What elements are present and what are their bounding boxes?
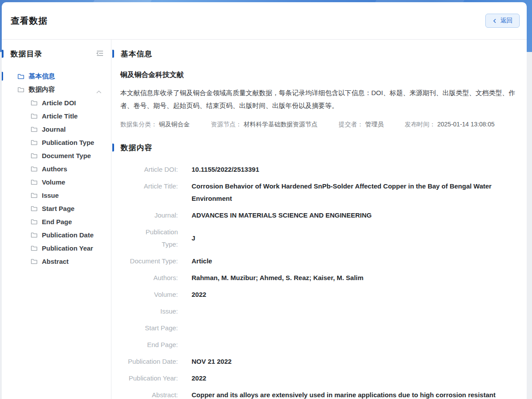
meta-label: 数据集分类： xyxy=(120,121,157,128)
dataset-title: 铜及铜合金科技文献 xyxy=(120,70,521,80)
tree-item-label: Publication Type xyxy=(42,139,94,146)
meta-label: 提交者： xyxy=(339,121,363,128)
accent-bar xyxy=(112,144,114,151)
field-row-volume: Volume:2022 xyxy=(120,288,521,301)
folder-icon xyxy=(31,153,37,159)
field-label-publication-date: Publication Date: xyxy=(120,355,178,368)
tree-item-label: Publication Year xyxy=(42,244,93,252)
meta-item-publish-time: 发布时间：2025-01-14 13:08:05 xyxy=(405,120,495,129)
meta-item-dataset-category: 数据集分类：铜及铜合金 xyxy=(120,120,190,129)
tree-item-label: Authors xyxy=(42,165,67,173)
menu-fold-icon[interactable] xyxy=(96,50,104,59)
section-title-data-content: 数据内容 xyxy=(121,143,152,153)
tree-item-article-doi[interactable]: Article DOI xyxy=(2,96,111,109)
view-data-card: 查看数据 返回 数据目录 xyxy=(2,2,527,399)
tree-item-label: Document Type xyxy=(42,152,91,159)
tree-item-label: 数据内容 xyxy=(29,85,55,94)
field-row-publication-type: Publication Type:J xyxy=(120,226,521,251)
folder-icon xyxy=(31,219,37,225)
sidebar-header: 数据目录 xyxy=(2,49,111,58)
field-row-publication-date: Publication Date:NOV 21 2022 xyxy=(120,355,521,368)
field-row-document-type: Document Type:Article xyxy=(120,255,521,267)
accent-bar xyxy=(112,50,114,58)
field-value-publication-year: 2022 xyxy=(192,372,206,384)
meta-item-submitter: 提交者：管理员 xyxy=(339,120,384,129)
back-button-label: 返回 xyxy=(500,17,513,25)
active-indicator-bar xyxy=(2,72,3,81)
meta-label: 资源节点： xyxy=(211,121,242,128)
tree-item-basic-info[interactable]: 基本信息 xyxy=(2,70,111,83)
field-value-article-doi: 10.1155/2022/2513391 xyxy=(192,163,259,176)
field-row-authors: Authors:Rahman, M. Muzibur; Ahmed, S. Re… xyxy=(120,272,521,284)
tree-item-label: Publication Date xyxy=(42,231,94,239)
tree-item-start-page[interactable]: Start Page xyxy=(2,202,111,215)
tree-item-label: Abstract xyxy=(42,258,69,265)
tree-item-publication-date[interactable]: Publication Date xyxy=(2,228,111,241)
accent-bar xyxy=(2,50,4,58)
chevron-up-icon[interactable] xyxy=(96,88,102,96)
folder-icon xyxy=(31,192,37,198)
field-row-end-page: End Page: xyxy=(120,339,521,351)
field-label-authors: Authors: xyxy=(120,272,178,284)
back-button[interactable]: 返回 xyxy=(485,14,520,28)
tree-item-end-page[interactable]: End Page xyxy=(2,215,111,228)
sidebar-data-catalog: 数据目录 基本信息数据内容Article DOIArticle TitleJou… xyxy=(2,40,111,399)
tree-item-publication-type[interactable]: Publication Type xyxy=(2,136,111,149)
field-value-authors: Rahman, M. Muzibur; Ahmed, S. Reaz; Kais… xyxy=(192,272,363,284)
meta-value: 管理员 xyxy=(365,121,384,128)
folder-icon xyxy=(31,166,37,172)
field-label-article-title: Article Title: xyxy=(120,180,178,192)
chevron-left-icon xyxy=(492,18,497,23)
meta-value: 材料科学基础数据资源节点 xyxy=(244,121,318,128)
folder-icon xyxy=(31,232,37,238)
field-label-start-page: Start Page: xyxy=(120,322,178,334)
tree-item-abstract[interactable]: Abstract xyxy=(2,255,111,268)
folder-icon xyxy=(31,179,37,185)
section-header-data-content: 数据内容 xyxy=(112,143,521,152)
field-value-article-title: Corrosion Behavior of Work Hardened SnPb… xyxy=(192,180,510,205)
field-value-publication-date: NOV 21 2022 xyxy=(192,355,232,368)
tree-item-label: 基本信息 xyxy=(29,72,55,81)
main-panel: 基本信息 铜及铜合金科技文献 本文献信息库收录了铜及铜合金领域高质量文献数据，每… xyxy=(111,40,527,399)
field-label-abstract: Abstract: xyxy=(120,389,178,399)
card-header: 查看数据 返回 xyxy=(2,2,527,40)
tree-item-label: Issue xyxy=(42,192,59,199)
tree-item-document-type[interactable]: Document Type xyxy=(2,149,111,162)
tree-item-authors[interactable]: Authors xyxy=(2,162,111,175)
field-value-publication-type: J xyxy=(192,232,195,244)
tree-item-article-title[interactable]: Article Title xyxy=(2,109,111,122)
card-body: 数据目录 基本信息数据内容Article DOIArticle TitleJou… xyxy=(2,40,527,399)
section-title-basic-info: 基本信息 xyxy=(121,49,152,59)
field-label-document-type: Document Type: xyxy=(120,255,178,267)
folder-icon xyxy=(31,259,37,264)
folder-icon xyxy=(18,74,24,79)
meta-item-resource-node: 资源节点：材料科学基础数据资源节点 xyxy=(211,120,318,129)
field-row-publication-year: Publication Year:2022 xyxy=(120,372,521,384)
folder-icon xyxy=(31,126,37,132)
folder-icon xyxy=(31,245,37,251)
meta-label: 发布时间： xyxy=(405,121,436,128)
folder-icon xyxy=(18,87,24,92)
tree-item-volume[interactable]: Volume xyxy=(2,175,111,188)
field-row-journal: Journal:ADVANCES IN MATERIALS SCIENCE AN… xyxy=(120,209,521,222)
tree-item-publication-year[interactable]: Publication Year xyxy=(2,241,111,255)
field-label-publication-type: Publication Type: xyxy=(120,226,178,251)
tree-item-data-content[interactable]: 数据内容 xyxy=(2,83,111,96)
tree-item-journal[interactable]: Journal xyxy=(2,122,111,136)
sidebar-title: 数据目录 xyxy=(11,49,42,59)
tree-item-label: Volume xyxy=(42,178,65,186)
field-value-abstract: Copper and its alloys are extensively us… xyxy=(192,389,510,399)
tree-item-issue[interactable]: Issue xyxy=(2,188,111,202)
field-row-article-title: Article Title:Corrosion Behavior of Work… xyxy=(120,180,521,205)
field-label-issue: Issue: xyxy=(120,305,178,318)
tree-item-label: End Page xyxy=(42,218,72,225)
field-value-document-type: Article xyxy=(192,255,212,267)
field-row-article-doi: Article DOI:10.1155/2022/2513391 xyxy=(120,163,521,176)
field-label-article-doi: Article DOI: xyxy=(120,163,178,176)
meta-value: 铜及铜合金 xyxy=(159,121,190,128)
field-label-volume: Volume: xyxy=(120,288,178,301)
data-content-fields: Article DOI:10.1155/2022/2513391Article … xyxy=(120,163,521,399)
field-row-issue: Issue: xyxy=(120,305,521,318)
folder-icon xyxy=(31,206,37,211)
tree-item-label: Journal xyxy=(42,126,66,133)
